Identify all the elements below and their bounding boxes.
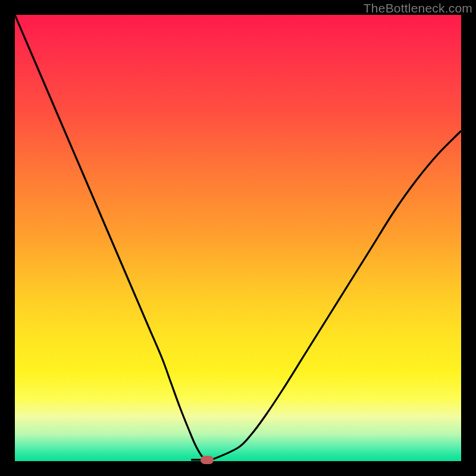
- chart-curve-layer: [15, 15, 461, 461]
- watermark-text: TheBottleneck.com: [364, 1, 472, 15]
- bottleneck-curve: [15, 15, 461, 461]
- optimal-point-marker: [201, 456, 214, 464]
- chart-frame: [15, 15, 461, 461]
